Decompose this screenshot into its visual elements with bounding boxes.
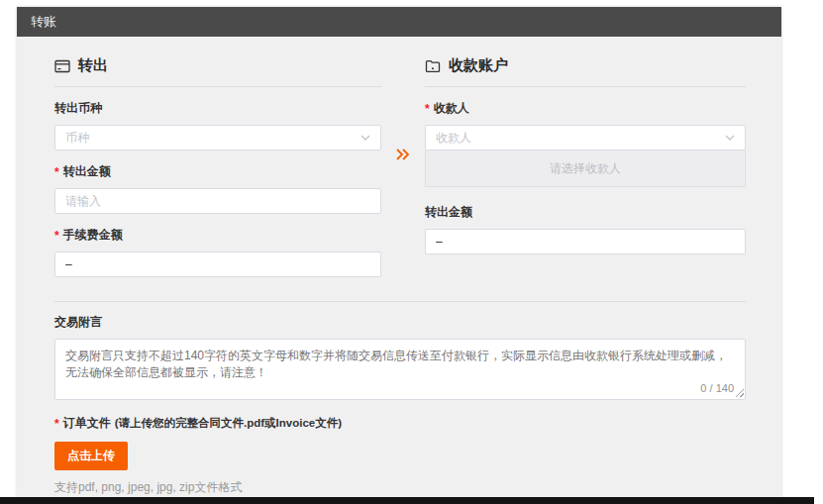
transfer-out-title: 转出 <box>78 56 108 75</box>
payee-hint-panel: 请选择收款人 <box>425 151 746 187</box>
dialog-body: 转出 转出币种 币种 * <box>17 37 781 504</box>
payee-hint-text: 请选择收款人 <box>550 160 621 177</box>
chevron-down-icon <box>360 135 370 141</box>
receiver-title: 收款账户 <box>449 56 508 75</box>
order-file-label: * 订单文件 (请上传您的完整合同文件.pdf或Invoice文件) <box>54 415 746 432</box>
amount-input[interactable] <box>54 188 381 214</box>
order-file-note: (请上传您的完整合同文件.pdf或Invoice文件) <box>115 416 342 431</box>
required-mark: * <box>54 165 59 179</box>
chevron-down-icon <box>725 135 735 141</box>
supported-formats-note: 支持pdf, png, jpeg, jpg, zip文件格式 <box>54 479 746 496</box>
fee-input <box>54 252 381 277</box>
double-arrow-right-icon <box>394 148 412 161</box>
transfer-out-section: 转出 转出币种 币种 * <box>54 49 381 277</box>
remark-label: 交易附言 <box>54 314 746 331</box>
receiver-header: 收款账户 <box>425 49 746 87</box>
receiver-amount-label: 转出金额 <box>425 204 746 221</box>
wallet-icon <box>425 59 441 73</box>
char-counter: 0 / 140 <box>696 382 734 394</box>
receiver-section: 收款账户 * 收款人 收款人 <box>425 49 746 277</box>
remark-field: 0 / 140 <box>54 339 746 400</box>
currency-select-placeholder: 币种 <box>65 130 89 147</box>
fee-label: * 手续费金额 <box>54 227 381 244</box>
upload-button[interactable]: 点击上传 <box>54 442 128 470</box>
required-mark: * <box>54 229 59 243</box>
dialog-header: 转账 <box>17 7 781 37</box>
bank-card-icon <box>54 59 70 73</box>
columns-divider <box>381 49 425 277</box>
currency-select[interactable]: 币种 <box>54 125 381 151</box>
required-mark: * <box>425 102 430 116</box>
payee-label: * 收款人 <box>425 100 746 117</box>
amount-label: * 转出金额 <box>54 163 381 180</box>
window-bottom-edge <box>0 497 814 504</box>
transfer-out-header: 转出 <box>54 49 381 87</box>
payee-select-placeholder: 收款人 <box>436 130 471 147</box>
remark-textarea[interactable] <box>54 339 746 400</box>
form-columns: 转出 转出币种 币种 * <box>54 49 746 277</box>
payee-select[interactable]: 收款人 <box>425 125 746 151</box>
transfer-page: 转账 转出 <box>0 0 823 504</box>
dialog-title: 转账 <box>31 13 56 31</box>
receiver-amount-input <box>425 229 746 254</box>
section-separator <box>54 301 746 302</box>
currency-label: 转出币种 <box>54 100 381 117</box>
transfer-dialog: 转账 转出 <box>17 7 781 498</box>
required-mark: * <box>54 417 59 431</box>
